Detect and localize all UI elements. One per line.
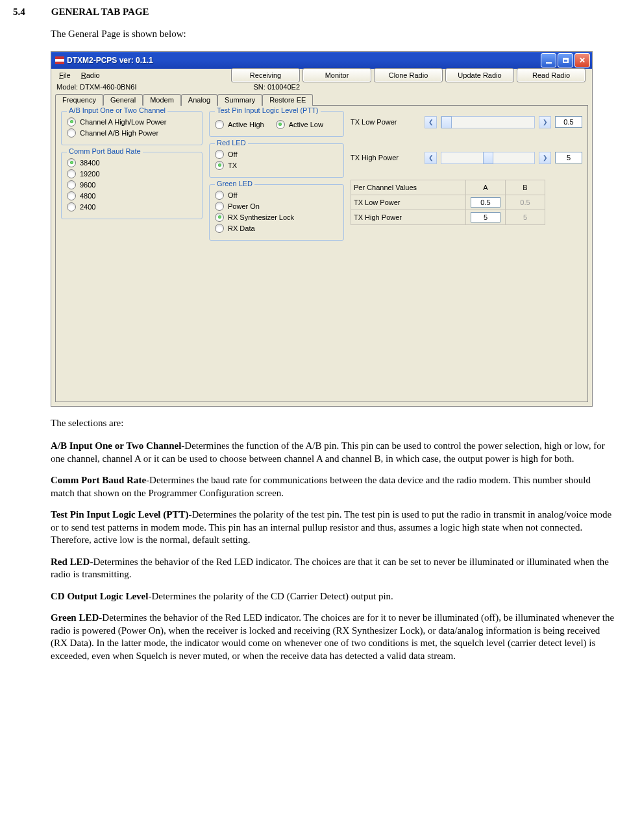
radio-red-off[interactable]: Off	[215, 150, 338, 159]
app-icon	[55, 56, 64, 64]
radio-9600[interactable]: 9600	[67, 180, 197, 189]
group-baud-legend: Comm Port Baud Rate	[67, 147, 143, 155]
tx-low-value[interactable]: 0.5	[555, 116, 582, 128]
th-b: B	[506, 180, 545, 195]
def-ab: A/B Input One or Two Channel-Determines …	[51, 440, 616, 465]
sn-label: SN: 010040E2	[254, 83, 301, 91]
tab-strip: Frequency General Modem Analog Summary R…	[51, 93, 592, 105]
group-green-led: Green LED Off Power On RX Synthesizer Lo…	[209, 184, 344, 241]
tx-high-value[interactable]: 5	[555, 152, 582, 163]
info-row: Model: DTXM-460-0BN6I SN: 010040E2	[51, 82, 592, 92]
update-radio-button[interactable]: Update Radio	[445, 68, 514, 82]
radio-red-tx[interactable]: TX	[215, 161, 338, 170]
read-radio-button[interactable]: Read Radio	[517, 68, 586, 82]
radio-19200[interactable]: 19200	[67, 169, 197, 178]
screenshot-window: DTXM2-PCPS ver: 0.1.1 File Radio Receivi…	[51, 51, 593, 407]
row-txlow-label: TX Low Power	[351, 195, 466, 210]
radio-active-low[interactable]: Active Low	[276, 120, 323, 129]
model-label: Model: DTXM-460-0BN6I	[56, 83, 137, 91]
group-red-legend: Red LED	[215, 139, 248, 147]
radio-green-off[interactable]: Off	[215, 191, 338, 200]
section-heading: 5.4 GENERAL TAB PAGE	[13, 6, 616, 18]
close-button[interactable]	[574, 53, 590, 67]
row-txhigh-a[interactable]: 5	[471, 212, 500, 222]
tx-low-inc[interactable]: ❯	[539, 116, 551, 128]
def-red: Red LED-Determines the behavior of the R…	[51, 556, 616, 581]
def-green: Green LED-Determines the behavior of the…	[51, 612, 616, 662]
tx-high-thumb[interactable]	[483, 152, 493, 164]
radio-4800[interactable]: 4800	[67, 191, 197, 200]
group-baud: Comm Port Baud Rate 38400 19200 9600 480…	[61, 152, 203, 219]
row-txhigh-label: TX High Power	[351, 210, 466, 224]
tx-high-inc[interactable]: ❯	[539, 152, 551, 164]
th-a: A	[466, 180, 506, 195]
tab-general[interactable]: General	[103, 94, 143, 106]
def-cd: CD Output Logic Level-Determines the pol…	[51, 590, 616, 603]
row-txhigh-b: 5	[506, 210, 545, 224]
menubar: File Radio Receiving Monitor Clone Radio…	[51, 69, 592, 82]
general-panel: A/B Input One or Two Channel Channel A H…	[55, 105, 588, 402]
per-channel-table: Per Channel Values A B TX Low Power 0.5 …	[351, 180, 545, 225]
radio-active-high[interactable]: Active High	[215, 120, 264, 129]
section-number: 5.4	[13, 6, 49, 18]
group-ab-input: A/B Input One or Two Channel Channel A H…	[61, 111, 203, 145]
tab-frequency[interactable]: Frequency	[55, 94, 103, 106]
radio-green-rxdata[interactable]: RX Data	[215, 224, 338, 233]
monitor-button[interactable]: Monitor	[302, 68, 371, 82]
minimize-button[interactable]	[541, 53, 556, 67]
maximize-button[interactable]	[558, 53, 573, 67]
tab-restore-ee[interactable]: Restore EE	[262, 94, 313, 106]
radio-2400[interactable]: 2400	[67, 202, 197, 211]
titlebar: DTXM2-PCPS ver: 0.1.1	[51, 52, 592, 69]
radio-green-rxlock[interactable]: RX Synthesizer Lock	[215, 213, 338, 222]
tx-low-thumb[interactable]	[441, 116, 452, 128]
group-green-legend: Green LED	[215, 180, 254, 187]
tx-low-label: TX Low Power	[351, 118, 421, 126]
selections-lead: The selections are:	[51, 417, 616, 430]
row-txlow-b: 0.5	[506, 195, 545, 210]
tx-high-label: TX High Power	[351, 154, 421, 162]
group-ptt-legend: Test Pin Input Logic Level (PTT)	[215, 106, 321, 114]
section-title: GENERAL TAB PAGE	[51, 6, 149, 17]
group-ptt: Test Pin Input Logic Level (PTT) Active …	[209, 111, 344, 137]
def-ptt: Test Pin Input Logic Level (PTT)-Determi…	[51, 509, 616, 547]
tab-analog[interactable]: Analog	[181, 94, 217, 106]
tab-modem[interactable]: Modem	[143, 94, 181, 106]
clone-radio-button[interactable]: Clone Radio	[374, 68, 443, 82]
def-baud: Comm Port Baud Rate-Determines the baud …	[51, 474, 616, 499]
group-ab-legend: A/B Input One or Two Channel	[67, 106, 167, 114]
tx-high-dec[interactable]: ❮	[425, 152, 437, 164]
receiving-button[interactable]: Receiving	[231, 68, 300, 82]
radio-ch-ab-high[interactable]: Channel A/B High Power	[67, 128, 197, 138]
intro-text: The General Page is shown below:	[51, 28, 616, 41]
window-title: DTXM2-PCPS ver: 0.1.1	[67, 56, 153, 65]
tab-summary[interactable]: Summary	[217, 94, 262, 106]
tx-high-power-row: TX High Power ❮ ❯ 5	[351, 152, 582, 164]
tx-low-track[interactable]	[441, 116, 535, 128]
tx-high-track[interactable]	[441, 152, 535, 164]
row-txlow-a[interactable]: 0.5	[471, 197, 500, 208]
radio-green-poweron[interactable]: Power On	[215, 202, 338, 211]
radio-ch-a-highlow[interactable]: Channel A High/Low Power	[67, 117, 197, 126]
radio-38400[interactable]: 38400	[67, 158, 197, 167]
group-red-led: Red LED Off TX	[209, 143, 344, 178]
tx-low-power-row: TX Low Power ❮ ❯ 0.5	[351, 116, 582, 128]
menu-file[interactable]: File	[55, 71, 75, 80]
menu-radio[interactable]: Radio	[77, 71, 104, 80]
th-pcv: Per Channel Values	[351, 180, 466, 195]
tx-low-dec[interactable]: ❮	[425, 116, 437, 128]
